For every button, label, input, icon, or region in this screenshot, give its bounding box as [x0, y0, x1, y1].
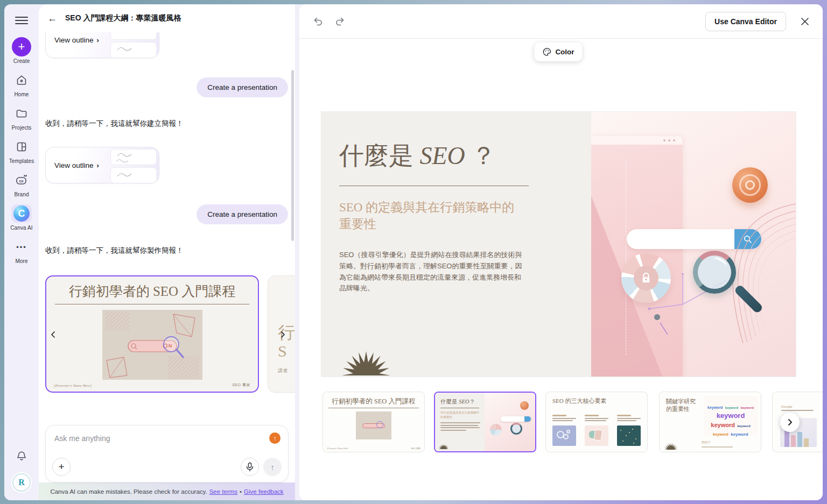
thumbnail-badge: SEO 專家 — [411, 447, 420, 450]
slide-footer-label: SEO 專家 — [232, 382, 250, 388]
keyword-cloud-graphic: keyword keyword keyword keyword keyword … — [704, 396, 758, 435]
menu-icon[interactable] — [15, 14, 28, 27]
text-line — [440, 430, 466, 431]
chat-input-box: ↑ + ↑ — [45, 425, 289, 482]
thumbnails-next-button[interactable] — [780, 413, 800, 432]
slide-thumbnail-1[interactable]: 行銷初學者的 SEO 入門課程 [Presenter's Name Here] … — [323, 392, 425, 452]
sidebar-item-create[interactable]: + Create — [5, 38, 38, 64]
sidebar-item-label: Home — [14, 91, 29, 97]
slide-thumbnail-4[interactable]: 關鍵字研究的重要性 keyword keyword keyword keywor… — [659, 392, 761, 452]
chat-message-list[interactable]: View outline› Create a presentation 收到，請… — [39, 32, 295, 421]
outline-page-preview — [110, 149, 157, 165]
color-button-label: Color — [555, 48, 574, 56]
carousel-slide-preview[interactable]: 行銷初學者的 SEO 入門課程 — [45, 275, 259, 393]
give-feedback-link[interactable]: Give feedback — [244, 488, 284, 495]
folder-icon — [11, 104, 32, 123]
canva-app-window: + Create Home Projects Templates co — [4, 4, 823, 500]
slide-preview-subtitle: 講者 — [278, 367, 295, 374]
chat-input[interactable] — [54, 434, 232, 443]
slide-preview-title: S — [278, 342, 295, 361]
redo-icon[interactable] — [334, 16, 346, 27]
slide-thumbnail-2-selected[interactable]: 什麼是 SEO？ SEO 的定義與其在行銷策略中的重要性 — [434, 392, 536, 452]
sidebar-item-canva-ai[interactable]: C Canva AI — [5, 204, 38, 231]
color-button[interactable]: Color — [534, 42, 582, 61]
notifications-bell-icon[interactable] — [15, 450, 28, 465]
text-line — [440, 425, 478, 426]
outline-page-preview — [110, 32, 157, 40]
use-canva-editor-button[interactable]: Use Canva Editor — [705, 12, 786, 31]
slide-canvas[interactable]: 什麼是 SEO ？ SEO 的定義與其在行銷策略中的重要性 SEO（搜尋引擎優化… — [321, 111, 796, 377]
slide-body-text: SEO（搜尋引擎優化）是提升網站在搜尋結果排名的技術與策略。對行銷初學者而言，理… — [339, 250, 527, 294]
outline-page-preview — [110, 167, 157, 183]
slide-subtitle: SEO 的定義與其在行銷策略中的重要性 — [339, 199, 520, 232]
view-outline-card[interactable]: View outline› — [45, 147, 159, 183]
slide-thumbnail-3[interactable]: SEO 的三大核心要素 — [545, 392, 648, 452]
text-line — [552, 420, 573, 421]
add-attachment-button[interactable]: + — [52, 458, 71, 476]
view-outline-button[interactable]: View outline› — [54, 36, 99, 44]
chat-title: SEO 入門課程大綱：專業溫暖風格 — [65, 13, 181, 23]
magnifier-lens-graphic — [693, 251, 736, 294]
lock-icon — [640, 272, 652, 285]
thumbnail-presenter: [Presenter's Name Here] — [327, 447, 348, 450]
sidebar-item-brand[interactable]: co Brand — [5, 171, 38, 197]
templates-icon — [11, 138, 32, 156]
microphone-icon — [246, 462, 254, 472]
view-outline-button[interactable]: View outline› — [54, 161, 99, 169]
sidebar-item-projects[interactable]: Projects — [5, 104, 38, 131]
separator-dot: • — [240, 488, 242, 495]
user-avatar[interactable]: R — [12, 473, 31, 492]
divider — [339, 186, 529, 186]
chevron-right-icon: › — [97, 36, 99, 44]
thumbnail-caption: 關鍵字 — [702, 441, 711, 444]
sidebar-item-home[interactable]: Home — [5, 71, 38, 97]
sidebar-item-label: Brand — [14, 191, 29, 197]
svg-text:co: co — [19, 179, 23, 183]
disclaimer-text: Canva AI can make mistakes. Please check… — [50, 488, 207, 495]
chat-scrollbar[interactable] — [291, 70, 294, 241]
thumbnail-illustration — [485, 393, 535, 451]
slide-preview-illustration — [102, 310, 202, 380]
view-outline-card[interactable]: View outline› — [45, 32, 159, 58]
sidebar-item-templates[interactable]: Templates — [5, 138, 38, 164]
starburst-shape — [438, 442, 449, 451]
text-line — [552, 415, 566, 416]
presentation-carousel: 行銷初學者的 SEO 入門課程 — [45, 275, 288, 393]
starburst-shape — [664, 442, 678, 452]
user-message-bubble: Create a presentation — [197, 204, 288, 224]
close-icon[interactable] — [799, 16, 811, 27]
text-line — [617, 418, 641, 419]
see-terms-link[interactable]: See terms — [209, 488, 237, 495]
thumbnail-title: Google — [781, 405, 823, 408]
sidebar: + Create Home Projects Templates co — [4, 4, 39, 500]
arrow-up-icon: ↑ — [270, 463, 275, 472]
sidebar-item-more[interactable]: ••• More — [5, 238, 38, 264]
slide-title: 什麼是 SEO ？ — [339, 139, 591, 173]
thumbnail-title: SEO 的三大核心要素 — [552, 397, 647, 405]
ai-message: 收到，請稍等一下，我這就幫你製作簡報！ — [45, 246, 288, 255]
undo-icon[interactable] — [312, 16, 324, 27]
send-button[interactable]: ↑ — [263, 458, 282, 476]
carousel-next-icon[interactable] — [278, 330, 287, 339]
text-line — [617, 415, 631, 416]
sidebar-item-label: Canva AI — [10, 225, 32, 231]
chat-panel: ← SEO 入門課程大綱：專業溫暖風格 View outline› Create… — [39, 4, 295, 500]
sidebar-item-label: More — [15, 258, 27, 264]
more-icon: ••• — [16, 243, 27, 251]
chevron-right-icon: › — [97, 161, 99, 169]
chevron-right-icon — [786, 418, 794, 427]
carousel-prev-icon[interactable] — [49, 330, 58, 339]
text-line — [440, 427, 480, 428]
editor-panel: Use Canva Editor Color 什麼是 SEO ？ SEO 的定義… — [299, 4, 823, 500]
slide-preview-title: 行銷初學者的 SEO 入門課程 — [46, 282, 258, 300]
back-arrow-icon[interactable]: ← — [47, 13, 57, 23]
voice-input-button[interactable] — [241, 458, 259, 476]
chat-header: ← SEO 入門課程大綱：專業溫暖風格 — [39, 4, 295, 32]
canva-ai-icon: C — [13, 205, 30, 222]
thumbnail-column — [585, 415, 611, 446]
text-line — [440, 422, 480, 423]
slide-illustration — [591, 112, 796, 377]
thumbnail-column — [552, 415, 578, 446]
text-line — [617, 420, 636, 421]
credits-up-icon[interactable]: ↑ — [269, 432, 281, 444]
